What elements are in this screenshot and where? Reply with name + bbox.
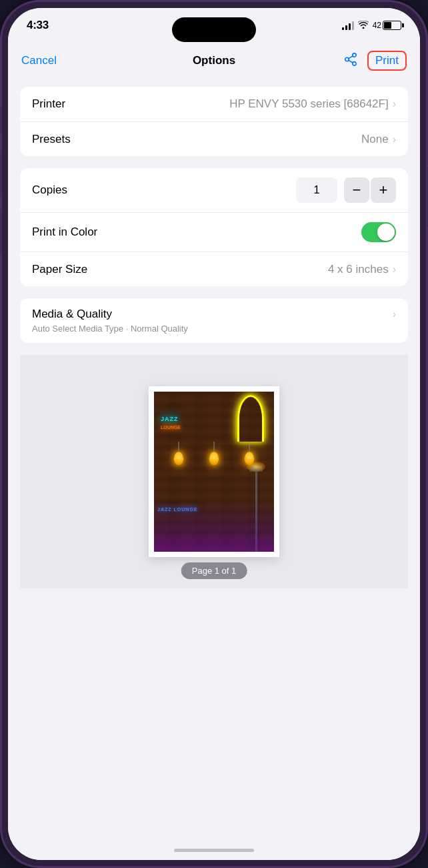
svg-point-1 — [345, 57, 349, 61]
paper-size-chevron-icon: › — [393, 264, 396, 276]
color-toggle-container[interactable] — [97, 222, 396, 242]
home-bar — [174, 849, 254, 852]
printer-chevron-icon: › — [393, 98, 396, 110]
phone-shell: 4:33 42 — [0, 0, 428, 868]
signal-icon — [342, 21, 354, 30]
main-content[interactable]: Printer HP ENVY 5530 series [68642F] › P… — [8, 79, 420, 840]
media-quality-title[interactable]: Media & Quality › — [32, 308, 396, 321]
print-preview-area: JAZZ LOUNGE — [20, 355, 408, 588]
copies-controls: 1 − + — [296, 177, 396, 203]
navigation-bar: Cancel Options Print — [8, 43, 420, 79]
home-indicator — [8, 840, 420, 860]
paper-size-value[interactable]: 4 x 6 inches › — [87, 263, 396, 276]
copies-label: Copies — [32, 183, 67, 197]
increment-button[interactable]: + — [371, 177, 396, 203]
paper-size-label: Paper Size — [32, 263, 87, 276]
volume-up-button[interactable] — [0, 153, 1, 197]
status-time: 4:33 — [27, 19, 49, 32]
status-right-icons: 42 — [342, 20, 401, 31]
color-toggle[interactable] — [361, 222, 396, 242]
media-quality-subtitle: Auto Select Media Type · Normal Quality — [32, 324, 396, 334]
volume-down-button[interactable] — [0, 210, 1, 254]
dynamic-island — [172, 17, 256, 42]
print-in-color-label: Print in Color — [32, 226, 97, 239]
cancel-button[interactable]: Cancel — [21, 54, 57, 67]
battery-indicator — [383, 21, 401, 30]
decrement-button[interactable]: − — [344, 177, 369, 203]
screen: 4:33 42 — [8, 8, 420, 860]
silent-button[interactable] — [0, 107, 1, 133]
printer-label: Printer — [32, 97, 65, 111]
printer-row[interactable]: Printer HP ENVY 5530 series [68642F] › — [20, 87, 408, 121]
page-badge: Page 1 of 1 — [181, 562, 247, 579]
printer-presets-card: Printer HP ENVY 5530 series [68642F] › P… — [20, 87, 408, 156]
presets-value[interactable]: None › — [71, 133, 396, 146]
presets-label: Presets — [32, 133, 71, 146]
presets-chevron-icon: › — [393, 133, 396, 145]
copies-value: 1 — [296, 177, 337, 203]
presets-row[interactable]: Presets None › — [20, 121, 408, 156]
svg-point-2 — [353, 61, 357, 65]
share-icon[interactable] — [343, 52, 358, 70]
printer-value[interactable]: HP ENVY 5530 series [68642F] › — [65, 97, 396, 111]
media-quality-content[interactable]: Media & Quality › Auto Select Media Type… — [20, 298, 408, 343]
battery-icon: 42 — [373, 21, 401, 30]
media-quality-chevron-icon: › — [393, 308, 396, 320]
print-button[interactable]: Print — [367, 51, 407, 71]
paper-size-row[interactable]: Paper Size 4 x 6 inches › — [20, 252, 408, 286]
stepper-group: − + — [344, 177, 396, 203]
copies-card: Copies 1 − + Print in Color — [20, 168, 408, 286]
preview-image-wrapper: JAZZ LOUNGE — [149, 386, 279, 557]
copies-row: Copies 1 − + — [20, 168, 408, 212]
wifi-icon — [358, 20, 369, 31]
media-quality-card[interactable]: Media & Quality › Auto Select Media Type… — [20, 298, 408, 343]
nav-right-actions: Print — [343, 51, 407, 71]
svg-point-0 — [353, 53, 357, 57]
neon-scene: JAZZ LOUNGE — [154, 392, 274, 552]
battery-level: 42 — [373, 21, 381, 30]
print-in-color-row[interactable]: Print in Color — [20, 212, 408, 252]
preview-image: JAZZ LOUNGE — [154, 392, 274, 552]
toggle-knob — [377, 224, 395, 241]
page-title: Options — [193, 54, 235, 67]
